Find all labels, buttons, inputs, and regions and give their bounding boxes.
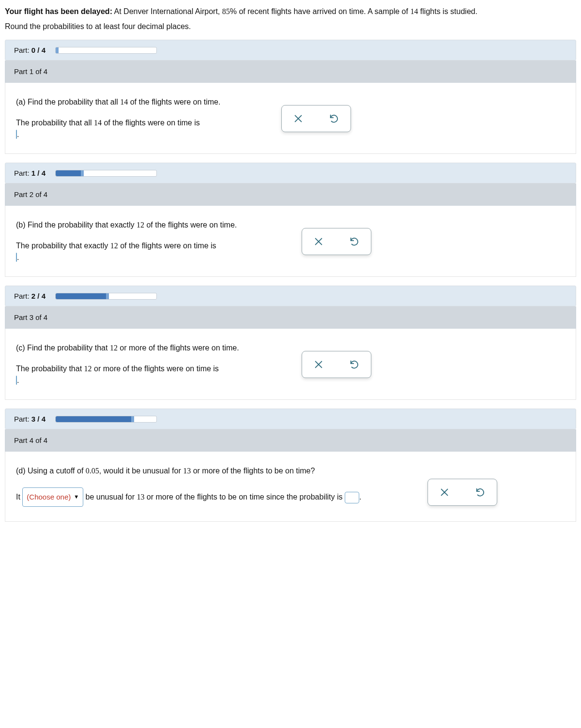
undo-icon (475, 487, 486, 498)
progress-header-1: Part: 1 / 4 (5, 163, 576, 183)
toolbar-a (281, 105, 351, 132)
clear-button[interactable] (307, 355, 330, 374)
answer-line-c: The probability that 12 or more of the f… (16, 364, 565, 385)
undo-icon (349, 236, 360, 247)
reset-button[interactable] (343, 355, 366, 374)
progress-header-2: Part: 2 / 4 (5, 286, 576, 306)
close-icon (313, 359, 324, 370)
part-title-4: Part 4 of 4 (5, 429, 576, 452)
undo-icon (329, 113, 339, 124)
progress-header-0: Part: 0 / 4 (5, 40, 576, 61)
reset-button[interactable] (322, 109, 346, 128)
clear-button[interactable] (307, 232, 330, 251)
intro-text: Your flight has been delayed: At Denver … (5, 6, 576, 17)
part-body-3: (c) Find the probability that 12 or more… (5, 329, 576, 400)
instructions: Round the probabilities to at least four… (5, 22, 576, 31)
progress-bar-1 (55, 170, 157, 177)
question-d: (d) Using a cutoff of 0.05, would it be … (16, 465, 565, 477)
toolbar-d (428, 479, 497, 506)
progress-bar-3 (55, 416, 157, 423)
progress-bar-0 (55, 47, 157, 54)
question-c: (c) Find the probability that 12 or more… (16, 342, 565, 354)
toolbar-b (302, 228, 371, 255)
clear-button[interactable] (433, 483, 456, 501)
close-icon (439, 487, 450, 498)
clear-button[interactable] (287, 109, 310, 128)
part-title-3: Part 3 of 4 (5, 306, 576, 329)
part-title-2: Part 2 of 4 (5, 183, 576, 206)
answer-input-d[interactable] (345, 492, 359, 503)
part-body-4: (d) Using a cutoff of 0.05, would it be … (5, 452, 576, 522)
intro-bold: Your flight has been delayed: (5, 7, 112, 15)
chevron-down-icon: ▼ (74, 491, 79, 502)
progress-bar-2 (55, 293, 157, 300)
toolbar-c (302, 351, 371, 378)
part-title-1: Part 1 of 4 (5, 61, 576, 83)
progress-header-3: Part: 3 / 4 (5, 409, 576, 429)
reset-button[interactable] (469, 483, 492, 501)
question-b: (b) Find the probability that exactly 12… (16, 219, 565, 231)
part-body-1: (a) Find the probability that all 14 of … (5, 83, 576, 154)
close-icon (313, 236, 324, 247)
undo-icon (349, 359, 360, 370)
close-icon (293, 113, 304, 124)
choose-one-select[interactable]: (Choose one)▼ (22, 487, 83, 507)
reset-button[interactable] (343, 232, 366, 251)
part-body-2: (b) Find the probability that exactly 12… (5, 206, 576, 277)
answer-line-b: The probability that exactly 12 of the f… (16, 242, 565, 262)
